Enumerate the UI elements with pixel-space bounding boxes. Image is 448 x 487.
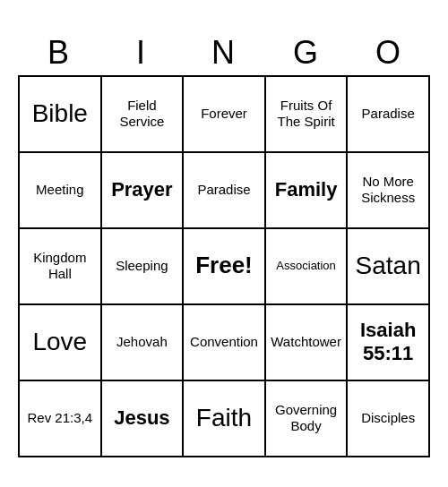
bingo-cell: Sleeping bbox=[102, 229, 185, 305]
bingo-cell: Governing Body bbox=[266, 381, 349, 457]
bingo-cell: Paradise bbox=[184, 153, 266, 229]
bingo-cell: Field Service bbox=[102, 77, 185, 153]
bingo-cell: Faith bbox=[184, 381, 266, 457]
bingo-card: BINGO BibleField ServiceForeverFruits Of… bbox=[18, 30, 430, 457]
bingo-cell: Convention bbox=[184, 305, 266, 381]
header-letter: G bbox=[265, 30, 348, 75]
bingo-cell: Fruits Of The Spirit bbox=[266, 77, 349, 153]
bingo-cell: Kingdom Hall bbox=[20, 229, 102, 305]
header-letter: B bbox=[18, 30, 100, 75]
bingo-cell: Rev 21:3,4 bbox=[20, 381, 102, 457]
bingo-cell: Prayer bbox=[102, 153, 185, 229]
bingo-cell: Family bbox=[266, 153, 349, 229]
bingo-cell: Association bbox=[266, 229, 349, 305]
bingo-header: BINGO bbox=[18, 30, 430, 75]
bingo-cell: Love bbox=[20, 305, 102, 381]
bingo-cell: Bible bbox=[20, 77, 102, 153]
bingo-cell: Free! bbox=[184, 229, 266, 305]
bingo-cell: Disciples bbox=[348, 381, 430, 457]
bingo-cell: Isaiah 55:11 bbox=[348, 305, 430, 381]
bingo-cell: Paradise bbox=[348, 77, 430, 153]
bingo-cell: Forever bbox=[184, 77, 266, 153]
bingo-cell: Jesus bbox=[102, 381, 185, 457]
header-letter: I bbox=[100, 30, 183, 75]
bingo-cell: Meeting bbox=[20, 153, 102, 229]
bingo-cell: Watchtower bbox=[266, 305, 349, 381]
header-letter: N bbox=[183, 30, 265, 75]
bingo-cell: Satan bbox=[348, 229, 430, 305]
header-letter: O bbox=[348, 30, 430, 75]
bingo-cell: No More Sickness bbox=[348, 153, 430, 229]
bingo-cell: Jehovah bbox=[102, 305, 185, 381]
bingo-grid: BibleField ServiceForeverFruits Of The S… bbox=[18, 75, 430, 457]
